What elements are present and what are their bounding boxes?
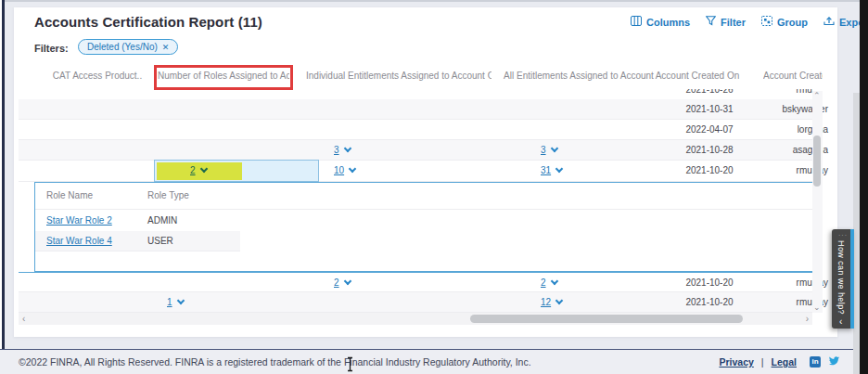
col-header-created-by[interactable]: Account Created B	[763, 71, 823, 81]
role-row[interactable]: Star War Role 4 USER	[35, 231, 240, 251]
footer: ©2022 FINRA, All Rights Reserved. FINRA …	[0, 349, 868, 374]
page-title: Accounts Certification Report (11)	[34, 14, 262, 30]
chevron-down-icon[interactable]	[550, 145, 557, 152]
scroll-down-icon[interactable]: ⌄	[813, 303, 821, 312]
role-row[interactable]: Star War Role 2 ADMIN	[35, 211, 813, 231]
vertical-scrollbar-thumb[interactable]	[813, 135, 821, 187]
toolbar: Columns Filter Group Export	[631, 16, 868, 28]
link-divider: |	[761, 356, 764, 368]
individual-entitlements-link[interactable]: 2	[334, 273, 351, 293]
linkedin-icon[interactable]: in	[810, 356, 821, 368]
all-entitlements-link[interactable]: 2	[541, 273, 557, 293]
roles-count-link[interactable]: 1	[167, 292, 184, 313]
chevron-down-icon[interactable]	[343, 145, 351, 152]
role-name-header: Role Name	[46, 190, 93, 200]
table-row[interactable]: 2021-10-31 bskywalker	[19, 99, 812, 120]
window-top-edge	[0, 0, 868, 2]
columns-button[interactable]: Columns	[631, 16, 690, 28]
scroll-up-icon[interactable]: ⌃	[813, 91, 821, 100]
table-row-clipped[interactable]: 2021-10-26 rmurray	[19, 89, 812, 99]
filter-icon	[706, 16, 716, 28]
drag-handle-icon: ···	[838, 232, 848, 239]
table-row[interactable]: 2 2 2021-10-20 rmurray	[19, 272, 812, 292]
col-header-all[interactable]: All Entitlements Assigned to Account	[499, 71, 658, 81]
chevron-down-icon[interactable]	[349, 165, 356, 173]
col-header-cat[interactable]: CAT Access Product..	[37, 71, 158, 81]
left-window-border	[2, 0, 5, 374]
collapse-chevron-icon[interactable]: ‹	[839, 316, 842, 327]
copyright-text: ©2022 FINRA, All Rights Reserved. FINRA …	[19, 350, 531, 374]
role-detail-panel: Role Name Role Type Star War Role 2 ADMI…	[34, 182, 814, 272]
role-link[interactable]: Star War Role 4	[46, 231, 112, 251]
table-row[interactable]: 2022-04-07 lorgana	[19, 120, 812, 140]
chevron-down-icon[interactable]	[343, 277, 351, 285]
individual-entitlements-link[interactable]: 10	[334, 161, 355, 181]
right-window-border	[860, 0, 868, 374]
help-tab-label: How can we help?	[836, 240, 846, 315]
horizontal-scrollbar[interactable]: ‹ ›	[19, 313, 812, 325]
col-header-individual[interactable]: Individual Entitlements Assigned to Acco…	[306, 71, 491, 81]
vertical-scrollbar[interactable]: ⌃ ⌄	[812, 91, 823, 313]
help-tab[interactable]: ··· How can we help? ‹	[832, 229, 854, 329]
footer-links: Privacy | Legal in	[719, 350, 840, 374]
group-button[interactable]: Group	[761, 16, 808, 28]
filter-button[interactable]: Filter	[706, 16, 746, 28]
legal-link[interactable]: Legal	[772, 356, 797, 368]
columns-icon	[631, 16, 642, 28]
all-entitlements-link[interactable]: 3	[541, 140, 557, 161]
table-row[interactable]: 3 3 2021-10-28 asagoua	[19, 140, 812, 161]
table-row[interactable]: 1 12 2021-10-20 rmurray	[19, 292, 812, 313]
chevron-down-icon[interactable]	[176, 297, 184, 304]
table-row-expanded[interactable]: 2 10 31 2021-10-20 rmurray	[19, 161, 812, 182]
chevron-down-icon[interactable]	[555, 297, 563, 304]
col-header-created-on[interactable]: Account Created On	[651, 71, 744, 81]
privacy-link[interactable]: Privacy	[719, 356, 753, 368]
scroll-left-icon[interactable]: ‹	[22, 313, 25, 325]
chip-remove-icon[interactable]: ✕	[162, 43, 170, 52]
chevron-down-icon[interactable]	[555, 165, 563, 173]
role-type-header: Role Type	[147, 190, 189, 200]
export-icon	[823, 16, 835, 28]
chevron-down-icon[interactable]	[550, 277, 557, 285]
filters-label: Filters:	[34, 43, 69, 54]
group-icon	[761, 16, 772, 28]
horizontal-scrollbar-thumb[interactable]	[470, 315, 743, 323]
all-entitlements-link[interactable]: 31	[541, 161, 562, 181]
filter-chip-deleted[interactable]: Deleted (Yes/No) ✕	[78, 39, 178, 55]
scroll-right-icon[interactable]: ›	[806, 313, 809, 325]
col-header-roles[interactable]: Number of Roles Assigned to Accounts	[158, 71, 289, 81]
twitter-icon[interactable]	[828, 354, 840, 370]
individual-entitlements-link[interactable]: 3	[334, 140, 351, 161]
roles-count-link[interactable]: 2	[190, 161, 207, 181]
app-window: Accounts Certification Report (11) Colum…	[0, 0, 868, 374]
text-cursor	[346, 356, 354, 374]
panel-header-divider	[35, 209, 813, 210]
role-link[interactable]: Star War Role 2	[46, 211, 112, 231]
selected-roles-cell[interactable]: 2	[154, 160, 319, 182]
all-entitlements-link[interactable]: 12	[541, 292, 562, 313]
chevron-down-icon[interactable]	[199, 165, 207, 173]
